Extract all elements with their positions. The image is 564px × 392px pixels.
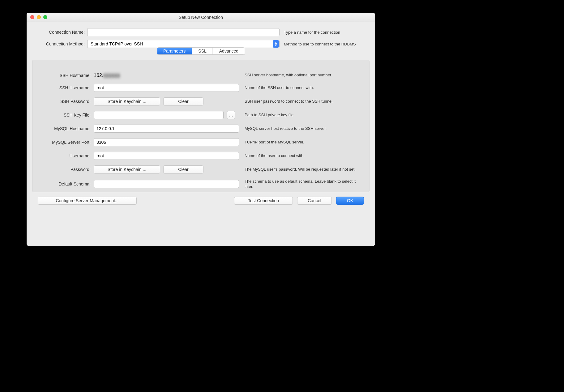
ssh-password-clear-button[interactable]: Clear — [163, 97, 203, 105]
mysql-hostname-hint: MySQL server host relative to the SSH se… — [239, 126, 364, 131]
ok-button[interactable]: OK — [336, 197, 364, 205]
connection-name-label: Connection Name: — [32, 30, 87, 35]
ssh-username-label: SSH Username: — [38, 85, 94, 90]
username-input[interactable] — [94, 152, 239, 160]
configure-server-button[interactable]: Configure Server Management... — [38, 197, 137, 205]
dialog-body: Connection Name: Type a name for the con… — [27, 22, 375, 246]
ssh-keyfile-label: SSH Key File: — [38, 113, 94, 117]
minimize-icon[interactable] — [37, 15, 41, 19]
test-connection-button[interactable]: Test Connection — [234, 197, 293, 205]
connection-name-input[interactable] — [87, 28, 280, 36]
ssh-password-store-button[interactable]: Store in Keychain ... — [94, 97, 160, 105]
connection-method-hint: Method to use to connect to the RDBMS — [280, 42, 356, 46]
zoom-icon[interactable] — [43, 15, 47, 19]
row-connection-name: Connection Name: Type a name for the con… — [32, 28, 370, 36]
ssh-keyfile-input[interactable] — [94, 111, 224, 119]
connection-method-select[interactable]: Standard TCP/IP over SSH — [87, 40, 280, 48]
ssh-username-hint: Name of the SSH user to connect with. — [239, 85, 364, 91]
row-connection-method: Connection Method: Standard TCP/IP over … — [32, 40, 370, 48]
username-hint: Name of the user to connect with. — [239, 153, 364, 159]
dialog-footer: Configure Server Management... Test Conn… — [32, 192, 370, 210]
username-label: Username: — [38, 153, 94, 158]
row-ssh-username: SSH Username: Name of the SSH user to co… — [38, 84, 364, 92]
connection-method-value: Standard TCP/IP over SSH — [91, 41, 143, 46]
row-default-schema: Default Schema: The schema to use as def… — [38, 179, 364, 189]
default-schema-input[interactable] — [94, 180, 239, 188]
password-label: Password: — [38, 167, 94, 172]
default-schema-hint: The schema to use as default schema. Lea… — [239, 179, 364, 189]
default-schema-label: Default Schema: — [38, 181, 94, 186]
ssh-hostname-input[interactable]: 162.▮▮▮▮▮▮ — [94, 72, 239, 78]
mysql-port-label: MySQL Server Port: — [38, 140, 94, 145]
window-controls — [30, 15, 47, 19]
tab-ssl[interactable]: SSL — [192, 48, 213, 54]
password-hint: The MySQL user's password. Will be reque… — [239, 167, 364, 172]
ssh-hostname-label: SSH Hostname: — [38, 73, 94, 78]
mysql-port-input[interactable] — [94, 138, 239, 146]
tab-bar: Parameters SSL Advanced — [157, 47, 245, 55]
row-mysql-hostname: MySQL Hostname: MySQL server host relati… — [38, 125, 364, 133]
row-ssh-hostname: SSH Hostname: 162.▮▮▮▮▮▮ SSH server host… — [38, 72, 364, 78]
close-icon[interactable] — [30, 15, 34, 19]
mysql-hostname-label: MySQL Hostname: — [38, 126, 94, 131]
cancel-button[interactable]: Cancel — [297, 197, 332, 205]
tab-advanced[interactable]: Advanced — [213, 48, 245, 54]
row-ssh-password: SSH Password: Store in Keychain ... Clea… — [38, 97, 364, 105]
row-password: Password: Store in Keychain ... Clear Th… — [38, 165, 364, 173]
tab-parameters[interactable]: Parameters — [157, 48, 192, 54]
mysql-port-hint: TCP/IP port of the MySQL server. — [239, 140, 364, 145]
row-ssh-keyfile: SSH Key File: ... Path to SSH private ke… — [38, 111, 364, 119]
updown-arrows-icon — [273, 40, 279, 48]
connection-method-label: Connection Method: — [32, 41, 87, 46]
row-mysql-port: MySQL Server Port: TCP/IP port of the My… — [38, 138, 364, 146]
row-username: Username: Name of the user to connect wi… — [38, 152, 364, 160]
connection-name-hint: Type a name for the connection — [280, 30, 340, 35]
ssh-hostname-hint: SSH server hostname, with optional port … — [239, 73, 364, 78]
dialog-window: Setup New Connection Connection Name: Ty… — [27, 13, 375, 246]
password-store-button[interactable]: Store in Keychain ... — [94, 165, 160, 173]
ssh-keyfile-browse-button[interactable]: ... — [227, 111, 235, 119]
ssh-username-input[interactable] — [94, 84, 239, 92]
parameters-panel: SSH Hostname: 162.▮▮▮▮▮▮ SSH server host… — [32, 60, 370, 192]
ssh-keyfile-hint: Path to SSH private key file. — [239, 113, 364, 118]
password-clear-button[interactable]: Clear — [163, 165, 203, 173]
ssh-password-label: SSH Password: — [38, 99, 94, 104]
mysql-hostname-input[interactable] — [94, 125, 239, 133]
ssh-password-hint: SSH user password to connect to the SSH … — [239, 99, 364, 104]
window-title: Setup New Connection — [27, 15, 375, 20]
titlebar: Setup New Connection — [27, 13, 375, 22]
